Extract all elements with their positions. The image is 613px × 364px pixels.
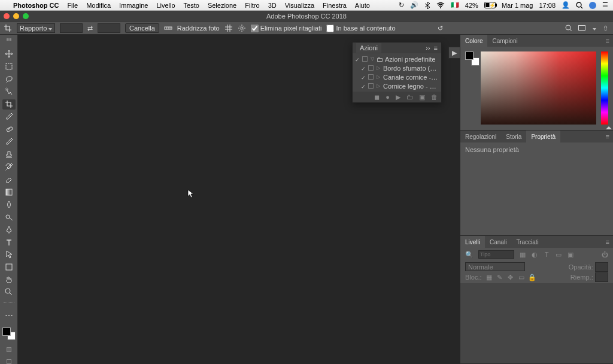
eraser-tool[interactable]	[2, 174, 16, 184]
eyedropper-tool[interactable]	[2, 112, 16, 122]
lasso-tool[interactable]	[2, 74, 16, 84]
aspect-ratio-select[interactable]: Rapporto	[17, 23, 55, 33]
collapsed-panel-play-icon[interactable]: ▶	[448, 47, 460, 59]
action-delete-icon[interactable]: 🗑	[431, 93, 438, 101]
tools-panel-grip[interactable]	[7, 38, 11, 41]
path-select-tool[interactable]	[2, 250, 16, 260]
action-new-icon[interactable]: ▣	[419, 93, 425, 101]
sync-icon[interactable]: ↻	[399, 1, 404, 9]
filter-smart-icon[interactable]: ▣	[567, 251, 574, 258]
tab-adjustments[interactable]: Regolazioni	[460, 131, 501, 142]
actions-panel-tab[interactable]: Azioni	[356, 43, 381, 53]
spotlight-icon[interactable]	[576, 2, 583, 9]
lock-all-icon[interactable]: 🔒	[529, 274, 536, 281]
menu-selection[interactable]: Selezione	[208, 2, 236, 9]
crop-height-input[interactable]	[98, 23, 120, 33]
tab-history[interactable]: Storia	[501, 131, 526, 142]
quick-select-tool[interactable]	[2, 87, 16, 97]
brush-tool[interactable]	[2, 137, 16, 147]
color-spectrum[interactable]	[481, 51, 596, 125]
window-close-button[interactable]	[4, 13, 10, 19]
tab-paths[interactable]: Tracciati	[511, 236, 543, 248]
hand-tool[interactable]	[2, 275, 16, 285]
action-row[interactable]: ▷ Cornice legno - 50 ...	[353, 81, 441, 90]
input-flag-icon[interactable]: 🇮🇹	[451, 1, 459, 9]
fill-value[interactable]	[595, 272, 608, 282]
lock-position-icon[interactable]: ✥	[507, 274, 514, 281]
gradient-tool[interactable]	[2, 187, 16, 197]
lock-artboard-icon[interactable]: ▭	[518, 274, 525, 281]
actions-menu-icon[interactable]: ≡	[434, 44, 438, 51]
screen-mode-icon[interactable]	[578, 24, 586, 32]
opacity-value[interactable]	[595, 262, 608, 272]
battery-icon[interactable]: ⚡	[484, 2, 496, 8]
window-zoom-button[interactable]	[23, 13, 29, 19]
stamp-tool[interactable]	[2, 150, 16, 160]
app-menu[interactable]: Photoshop CC	[13, 2, 59, 9]
layer-filter-search-icon[interactable]: 🔍	[465, 251, 474, 259]
swap-dimensions-icon[interactable]: ⇄	[87, 25, 93, 32]
menu-help[interactable]: Aiuto	[355, 2, 370, 9]
menu-file[interactable]: File	[67, 2, 78, 9]
actions-set-row[interactable]: ▽ 🗀 Azioni predefinite	[353, 54, 441, 63]
menu-edit[interactable]: Modifica	[86, 2, 111, 9]
crop-settings-gear-icon[interactable]	[238, 24, 246, 32]
menu-view[interactable]: Visualizza	[285, 2, 314, 9]
menu-3d[interactable]: 3D	[268, 2, 277, 9]
search-icon[interactable]	[565, 24, 573, 32]
shape-tool[interactable]	[2, 262, 16, 272]
hue-slider[interactable]	[601, 51, 608, 125]
filter-shape-icon[interactable]: ▭	[555, 251, 562, 258]
share-icon[interactable]: ⇧	[601, 24, 609, 32]
action-record-icon[interactable]: ●	[386, 93, 390, 101]
actions-panel[interactable]: Azioni ›› ≡ ▽ 🗀 Azioni predefinite ▷ Bor…	[352, 42, 442, 103]
filter-type-icon[interactable]: T	[543, 251, 550, 258]
filter-image-icon[interactable]: ▦	[519, 251, 526, 258]
menubar-date[interactable]: Mar 1 mag	[502, 2, 533, 9]
straighten-icon[interactable]	[164, 24, 172, 32]
action-play-icon[interactable]: ▶	[396, 93, 400, 101]
properties-panel-menu-icon[interactable]: ≡	[602, 133, 613, 140]
color-panel-menu-icon[interactable]: ≡	[602, 37, 613, 44]
window-minimize-button[interactable]	[13, 13, 19, 19]
bluetooth-icon[interactable]	[424, 2, 430, 9]
crop-tool[interactable]	[2, 99, 16, 110]
screen-mode-chevron-icon[interactable]	[591, 25, 596, 32]
crop-width-input[interactable]	[60, 23, 83, 33]
menu-image[interactable]: Immagine	[119, 2, 148, 9]
spectrum-expand-icon[interactable]	[606, 126, 612, 129]
tab-color[interactable]: Colore	[460, 35, 487, 47]
filter-adjust-icon[interactable]: ◐	[531, 251, 538, 258]
action-row[interactable]: ▷ Canale cornice - 50 ...	[353, 72, 441, 81]
history-brush-tool[interactable]	[2, 162, 16, 172]
edit-toolbar-icon[interactable]: ⋯	[2, 310, 16, 320]
menu-window[interactable]: Finestra	[323, 2, 347, 9]
reset-crop-icon[interactable]: ↺	[436, 24, 445, 32]
clear-button[interactable]: Cancella	[125, 23, 159, 33]
pen-tool[interactable]	[2, 225, 16, 235]
wifi-icon[interactable]	[436, 2, 445, 8]
menu-filter[interactable]: Filtro	[245, 2, 259, 9]
overlay-grid-icon[interactable]	[224, 24, 233, 32]
type-tool[interactable]	[2, 237, 16, 247]
menubar-time[interactable]: 17:08	[539, 2, 556, 9]
blend-mode-select[interactable]: Normale	[465, 262, 525, 271]
screen-mode-toggle[interactable]	[7, 359, 11, 364]
lock-pixels-icon[interactable]: ✎	[496, 274, 503, 281]
marquee-tool[interactable]	[2, 62, 16, 72]
straighten-label[interactable]: Raddrizza foto	[177, 25, 220, 32]
user-icon[interactable]: 👤	[562, 1, 570, 9]
action-stop-icon[interactable]: ◼	[374, 93, 380, 101]
tab-channels[interactable]: Canali	[485, 236, 511, 248]
menu-text[interactable]: Testo	[184, 2, 199, 9]
healing-tool[interactable]	[2, 125, 16, 135]
tab-layers[interactable]: Livelli	[460, 236, 485, 248]
color-swatches[interactable]	[2, 327, 16, 340]
action-row[interactable]: ▷ Bordo sfumato (sele...	[353, 63, 441, 72]
zoom-tool[interactable]	[2, 287, 16, 298]
notification-center-icon[interactable]: ☰	[602, 1, 608, 9]
tab-swatches[interactable]: Campioni	[487, 35, 522, 47]
color-fg-bg-swatch[interactable]	[465, 51, 476, 62]
tab-properties[interactable]: Proprietà	[526, 131, 560, 142]
lock-transparency-icon[interactable]: ▦	[485, 274, 493, 281]
